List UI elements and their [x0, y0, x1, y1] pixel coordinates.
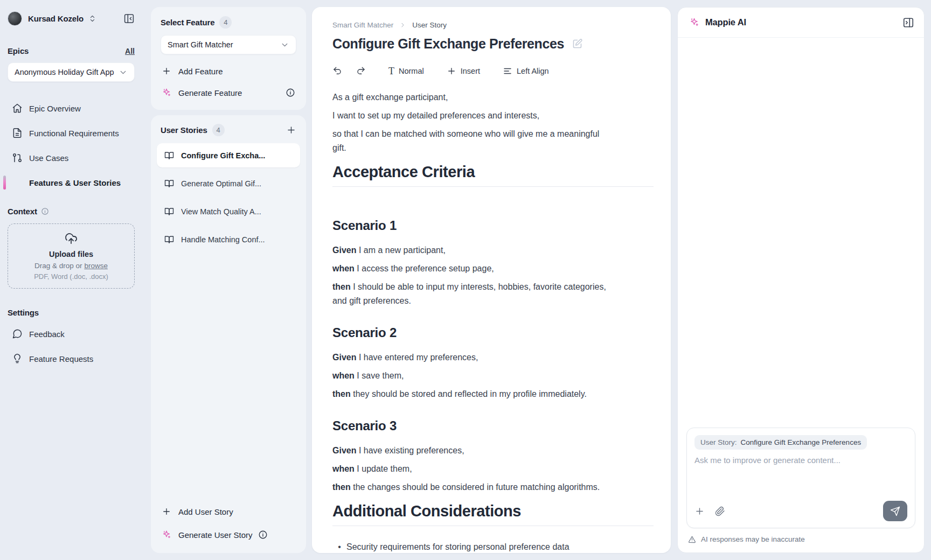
generate-user-story-button[interactable]: Generate User Story — [161, 526, 296, 543]
breadcrumb: Smart Gift Matcher User Story — [332, 21, 662, 29]
sidebar-nav: Epic Overview Functional Requirements Us… — [8, 96, 135, 195]
user-story-item-configure-gift-excha[interactable]: Configure Gift Excha... — [157, 143, 300, 167]
select-feature-card: Select Feature 4 Smart Gift Matcher Add … — [151, 7, 306, 110]
user-story-label: Generate Optimal Gif... — [181, 179, 261, 188]
chevron-right-icon — [399, 22, 406, 29]
sidebar-item-features-user-stories[interactable]: Features & User Stories — [8, 170, 135, 195]
context-heading: Context — [8, 207, 37, 216]
file-text-icon — [12, 128, 23, 138]
criteria-line: when I update them, — [332, 462, 606, 476]
home-icon — [12, 103, 23, 114]
sidebar-item-functional-requirements[interactable]: Functional Requirements — [8, 121, 135, 145]
undo-icon[interactable] — [332, 66, 342, 76]
ai-input[interactable]: Ask me to improve or generate content... — [694, 456, 907, 501]
epic-selector[interactable]: Anonymous Holiday Gift App — [8, 62, 135, 82]
nav-icon-spacer — [12, 177, 23, 188]
chevron-down-icon — [119, 68, 128, 77]
story-paragraph: so that I can be matched with someone wh… — [332, 127, 606, 155]
epic-selector-value: Anonymous Holiday Gift App — [15, 68, 114, 76]
add-attachment-icon[interactable] — [694, 506, 705, 516]
feature-panel: Select Feature 4 Smart Gift Matcher Add … — [151, 0, 306, 560]
ai-panel-title: Mappie AI — [705, 17, 746, 27]
add-user-story-button[interactable]: Add User Story — [161, 503, 296, 520]
chevrons-up-down-icon[interactable] — [88, 15, 96, 23]
add-story-plus-icon[interactable] — [286, 125, 296, 135]
select-feature-heading: Select Feature — [161, 18, 214, 27]
user-story-item-generate-optimal-gif[interactable]: Generate Optimal Gif... — [157, 171, 300, 195]
align-button[interactable]: Left Align — [503, 66, 549, 76]
section-heading: Acceptance Criteria — [332, 162, 606, 181]
redo-icon[interactable] — [356, 66, 366, 76]
chevron-down-icon — [280, 40, 289, 50]
feature-selector[interactable]: Smart Gift Matcher — [161, 35, 296, 54]
ai-panel-header: Mappie AI — [678, 8, 924, 38]
criteria-line: when I access the preference setup page, — [332, 262, 606, 276]
user-story-label: Handle Matching Conf... — [181, 235, 265, 244]
insert-button[interactable]: Insert — [447, 66, 480, 76]
criteria-line: then I should be able to input my intere… — [332, 280, 606, 308]
story-document[interactable]: As a gift exchange participant,I want to… — [332, 90, 662, 553]
warning-icon — [688, 535, 696, 543]
scenario-heading: Scenario 1 — [332, 217, 606, 234]
user-story-item-handle-matching-conf[interactable]: Handle Matching Conf... — [157, 227, 300, 251]
user-story-list: Configure Gift Excha... Generate Optimal… — [157, 143, 300, 255]
user-story-item-view-match-quality-a[interactable]: View Match Quality A... — [157, 199, 300, 223]
add-feature-button[interactable]: Add Feature — [161, 62, 296, 80]
book-open-icon — [164, 207, 174, 216]
sidebar-item-feedback[interactable]: Feedback — [8, 321, 135, 346]
info-icon[interactable] — [286, 88, 295, 97]
browse-link[interactable]: browse — [84, 262, 108, 270]
sparkles-icon — [689, 17, 699, 27]
all-epics-link[interactable]: All — [125, 47, 135, 55]
align-left-icon — [503, 66, 512, 76]
criteria-line: Given I have entered my preferences, — [332, 351, 606, 365]
user-stories-card: User Stories 4 Configure Gift Excha... G… — [151, 115, 306, 553]
edit-title-icon[interactable] — [572, 38, 583, 50]
user-story-label: View Match Quality A... — [181, 207, 261, 216]
book-open-icon — [164, 151, 174, 160]
consideration-item: •Security requirements for storing perso… — [332, 540, 606, 553]
avatar — [8, 11, 22, 26]
user-stories-count-badge: 4 — [212, 124, 225, 136]
settings-nav: Feedback Feature Requests — [8, 321, 135, 371]
info-icon[interactable] — [41, 207, 49, 215]
story-paragraph: I want to set up my detailed preferences… — [332, 109, 606, 123]
feature-selector-value: Smart Gift Matcher — [168, 40, 233, 49]
section-heading: Additional Considerations — [332, 501, 606, 521]
sidebar-item-epic-overview[interactable]: Epic Overview — [8, 96, 135, 121]
user-menu[interactable]: Kursad Kozelo — [8, 11, 135, 26]
upload-dropzone[interactable]: Upload files Drag & drop or browse PDF, … — [8, 223, 135, 289]
generate-feature-button[interactable]: Generate Feature — [161, 84, 296, 101]
book-open-icon — [164, 179, 174, 188]
sidebar-item-label: Feedback — [29, 330, 65, 339]
sidebar-item-use-cases[interactable]: Use Cases — [8, 145, 135, 170]
context-chip[interactable]: User Story: Configure Gift Exchange Pref… — [694, 435, 867, 450]
ai-composer[interactable]: User Story: Configure Gift Exchange Pref… — [686, 428, 915, 528]
ai-disclaimer: AI responses may be inaccurate — [678, 528, 924, 552]
app-root: Kursad Kozelo Epics All Anonymous Holida… — [0, 0, 931, 560]
criteria-line: Given I am a new participant, — [332, 243, 606, 257]
criteria-line: then the changes should be considered in… — [332, 480, 606, 494]
ai-panel: Mappie AI User Story: Configure Gift Exc… — [677, 7, 925, 553]
sparkles-icon — [162, 530, 171, 540]
sidebar-item-label: Feature Requests — [29, 354, 93, 363]
sidebar-item-label: Use Cases — [29, 153, 68, 163]
story-paragraph: As a gift exchange participant, — [332, 90, 606, 104]
sidebar-item-feature-requests[interactable]: Feature Requests — [8, 346, 135, 371]
upload-title: Upload files — [13, 250, 129, 258]
send-button[interactable] — [883, 501, 907, 521]
collapse-sidebar-icon[interactable] — [123, 13, 135, 24]
story-editor: Smart Gift Matcher User Story Configure … — [312, 7, 671, 553]
user-name: Kursad Kozelo — [28, 14, 84, 23]
upload-hint: Drag & drop or browse — [13, 262, 129, 270]
text-style-button[interactable]: T Normal — [388, 66, 424, 76]
info-icon[interactable] — [258, 530, 268, 540]
message-circle-icon — [12, 328, 23, 339]
breadcrumb-feature[interactable]: Smart Gift Matcher — [332, 21, 393, 29]
epics-heading: Epics — [8, 46, 29, 55]
sidebar: Kursad Kozelo Epics All Anonymous Holida… — [0, 0, 151, 560]
book-open-icon — [164, 235, 174, 244]
paperclip-icon[interactable] — [715, 506, 725, 516]
scenario-heading: Scenario 2 — [332, 324, 606, 341]
collapse-ai-panel-icon[interactable] — [902, 17, 914, 29]
